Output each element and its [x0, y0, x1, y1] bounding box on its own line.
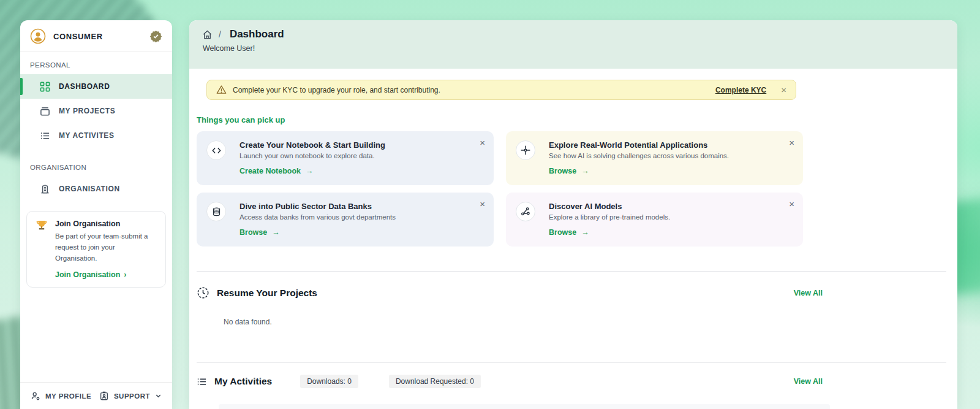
kyc-banner: Complete your KYC to upgrade your role, … — [206, 80, 796, 100]
section-label-organisation: ORGANISATION — [20, 148, 172, 177]
sidebar-item-label: MY PROJECTS — [59, 107, 115, 115]
card-title: Discover AI Models — [549, 202, 670, 211]
close-icon[interactable]: × — [480, 199, 485, 209]
building-icon — [40, 184, 50, 194]
sidebar: CONSUMER PERSONAL DASHBOARD MY PROJECTS … — [20, 20, 172, 409]
sidebar-item-label: ORGANISATION — [59, 185, 120, 193]
page-header: / Dashboard Welcome User! — [189, 20, 957, 69]
close-icon[interactable]: × — [781, 85, 786, 95]
close-icon[interactable]: × — [789, 137, 794, 148]
card-desc: Explore a library of pre-trained models. — [549, 213, 670, 221]
breadcrumb: / Dashboard — [202, 28, 944, 40]
kyc-message: Complete your KYC to upgrade your role, … — [233, 86, 709, 94]
dashboard-grid-icon — [40, 82, 50, 92]
complete-kyc-link[interactable]: Complete KYC — [715, 86, 766, 94]
downloads-badge: Downloads: 0 — [300, 375, 358, 388]
sidebar-item-label: DASHBOARD — [59, 82, 110, 91]
pickup-card-ai-models: Discover AI Models Explore a library of … — [506, 193, 803, 247]
create-notebook-link[interactable]: Create Notebook→ — [239, 167, 385, 175]
chevron-down-icon — [155, 392, 162, 399]
sidebar-item-my-activites[interactable]: MY ACTIVITES — [20, 123, 172, 148]
sidebar-footer: MY PROFILE SUPPORT — [20, 382, 172, 409]
home-icon[interactable] — [202, 29, 213, 40]
browse-applications-link[interactable]: Browse→ — [549, 167, 729, 175]
section-divider — [197, 362, 946, 363]
sidebar-item-my-projects[interactable]: MY PROJECTS — [20, 99, 172, 123]
my-activities-section: My Activities Downloads: 0 Download Requ… — [197, 375, 823, 409]
activities-view-all-link[interactable]: View All — [794, 377, 823, 386]
profile-gear-icon — [31, 391, 40, 401]
section-title: Resume Your Projects — [217, 288, 317, 299]
breadcrumb-separator: / — [219, 29, 221, 39]
list-icon — [40, 131, 50, 141]
arrow-right-icon: → — [581, 167, 589, 175]
table-header-row: Asset Name Asset Type Activity Date — [219, 404, 830, 409]
empty-state-text: No data found. — [224, 318, 823, 326]
browse-data-banks-link[interactable]: Browse→ — [239, 228, 396, 237]
model-network-icon — [516, 202, 535, 221]
pickup-heading: Things you can pick up — [197, 115, 957, 124]
download-requested-badge: Download Requested: 0 — [389, 375, 481, 388]
chevron-right-icon: › — [124, 270, 126, 279]
pickup-card-applications: Explore Real-World Potential Application… — [506, 131, 803, 185]
arrow-right-icon: → — [581, 228, 589, 237]
sidebar-item-label: MY ACTIVITES — [59, 131, 115, 140]
database-icon — [206, 202, 226, 221]
section-title: My Activities — [214, 376, 272, 387]
section-label-personal: PERSONAL — [20, 52, 172, 74]
main-panel: / Dashboard Welcome User! Complete your … — [189, 20, 957, 409]
card-desc: Access data banks from various govt depa… — [239, 213, 396, 221]
welcome-text: Welcome User! — [203, 44, 944, 53]
join-organisation-link[interactable]: Join Organisation › — [55, 270, 157, 279]
trophy-icon — [36, 220, 48, 279]
join-card-title: Join Organisation — [55, 220, 157, 228]
support-badge-icon — [99, 391, 109, 401]
join-card-desc: Be part of your team-submit a request to… — [55, 231, 157, 264]
pickup-card-create-notebook: Create Your Notebook & Start Building La… — [197, 131, 494, 185]
support-button[interactable]: SUPPORT — [99, 391, 162, 401]
projects-icon — [40, 106, 50, 117]
resume-view-all-link[interactable]: View All — [794, 289, 823, 297]
arrow-right-icon: → — [272, 228, 280, 237]
pickup-card-data-banks: Dive into Public Sector Data Banks Acces… — [197, 193, 494, 247]
card-title: Explore Real-World Potential Application… — [549, 140, 729, 150]
card-desc: Launch your own notebook to explore data… — [239, 152, 385, 159]
sidebar-header: CONSUMER — [20, 20, 172, 52]
arrow-right-icon: → — [306, 167, 314, 175]
resume-projects-section: Resume Your Projects View All No data fo… — [197, 286, 823, 326]
applications-icon — [516, 140, 535, 160]
activities-table: Asset Name Asset Type Activity Date — [219, 404, 830, 409]
my-profile-button[interactable]: MY PROFILE — [31, 391, 91, 401]
sidebar-item-dashboard[interactable]: DASHBOARD — [20, 74, 172, 99]
activities-list-icon — [197, 377, 207, 387]
page-title: Dashboard — [230, 28, 284, 40]
section-divider — [197, 271, 946, 272]
card-desc: See how AI is solving challenges across … — [549, 152, 729, 159]
browse-ai-models-link[interactable]: Browse→ — [549, 228, 670, 237]
history-clock-icon — [197, 286, 209, 299]
close-icon[interactable]: × — [789, 199, 794, 209]
warning-icon — [216, 85, 227, 95]
join-organisation-card: Join Organisation Be part of your team-s… — [26, 211, 166, 288]
role-label: CONSUMER — [53, 32, 142, 41]
avatar-icon — [30, 28, 46, 44]
card-title: Dive into Public Sector Data Banks — [239, 202, 396, 211]
pickup-cards: Create Your Notebook & Start Building La… — [197, 131, 803, 247]
verified-badge-icon — [149, 30, 162, 43]
sidebar-item-organisation[interactable]: ORGANISATION — [20, 177, 172, 201]
code-icon — [206, 140, 226, 160]
close-icon[interactable]: × — [480, 137, 485, 148]
card-title: Create Your Notebook & Start Building — [239, 140, 385, 150]
